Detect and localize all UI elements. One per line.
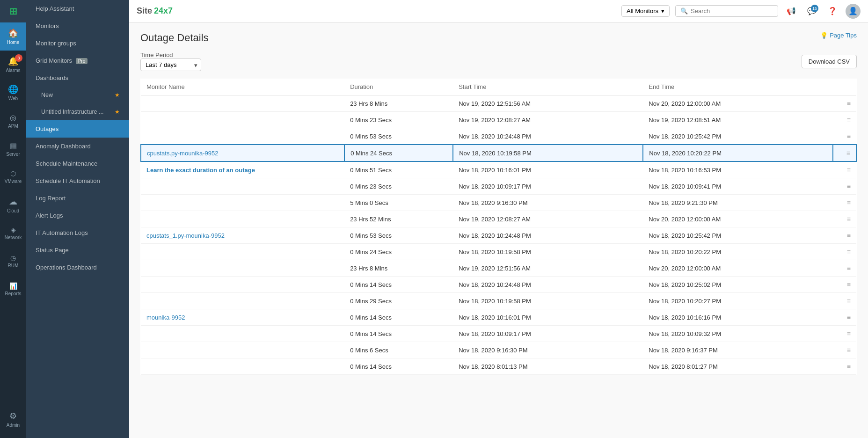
- web-icon: 🌐: [8, 84, 18, 95]
- row-menu-icon[interactable]: ≡: [847, 132, 851, 140]
- time-period-wrapper: Last 7 days: [140, 58, 201, 71]
- nav-item-vmware[interactable]: ⬡ VMware: [0, 163, 26, 191]
- row-menu-icon[interactable]: ≡: [847, 264, 851, 272]
- sidebar-item-help-assistant[interactable]: Help Assistant: [26, 0, 129, 17]
- sidebar-item-status-page[interactable]: Status Page: [26, 241, 129, 259]
- icon-nav: ⊞ 🏠 Home 🔔 Alarms 3 🌐 Web ◎ APM ▦ Server…: [0, 0, 26, 438]
- row-menu-icon[interactable]: ≡: [847, 363, 851, 370]
- cell-duration: 23 Hrs 8 Mins: [344, 95, 453, 112]
- monitor-name-link[interactable]: cpustats_1.py-mounika-9952: [146, 232, 225, 239]
- row-menu-icon[interactable]: ≡: [847, 182, 851, 190]
- notification-badge: 15: [811, 5, 818, 12]
- cloud-icon: ☁: [9, 197, 17, 207]
- nav-item-rum[interactable]: ◷ RUM: [0, 247, 26, 275]
- rum-icon: ◷: [10, 254, 16, 262]
- sidebar-item-monitor-groups[interactable]: Monitor groups: [26, 35, 129, 52]
- cell-row-menu[interactable]: ≡: [833, 293, 856, 309]
- cell-row-menu[interactable]: ≡: [833, 309, 856, 326]
- broadcast-icon-btn[interactable]: 📢: [784, 4, 799, 19]
- cell-row-menu[interactable]: ≡: [833, 211, 856, 227]
- cell-row-menu[interactable]: ≡: [833, 195, 856, 211]
- sidebar-item-dashboards[interactable]: Dashboards: [26, 69, 129, 87]
- sidebar-item-log-report[interactable]: Log Report: [26, 190, 129, 207]
- sidebar-item-schedule-it-automation[interactable]: Schedule IT Automation: [26, 172, 129, 190]
- user-avatar[interactable]: 👤: [846, 4, 861, 19]
- cell-row-menu[interactable]: ≡: [833, 145, 856, 161]
- sidebar-item-monitors[interactable]: Monitors: [26, 17, 129, 35]
- sidebar-item-new[interactable]: New ★: [26, 87, 129, 103]
- col-header-monitor: Monitor Name: [141, 79, 344, 95]
- cell-row-menu[interactable]: ≡: [833, 326, 856, 342]
- table-row: 5 Mins 0 SecsNov 18, 2020 9:16:30 PMNov …: [141, 195, 856, 211]
- cell-end-time: Nov 20, 2020 12:00:00 AM: [643, 211, 833, 227]
- search-input[interactable]: [691, 7, 773, 15]
- nav-item-apm[interactable]: ◎ APM: [0, 107, 26, 135]
- row-menu-icon[interactable]: ≡: [847, 281, 851, 288]
- sidebar-item-operations-dashboard[interactable]: Operations Dashboard: [26, 259, 129, 276]
- row-menu-icon[interactable]: ≡: [847, 248, 851, 256]
- cell-start-time: Nov 19, 2020 12:08:27 AM: [453, 112, 643, 128]
- nav-item-cloud[interactable]: ☁ Cloud: [0, 191, 26, 219]
- row-menu-icon[interactable]: ≡: [847, 116, 851, 124]
- monitor-name-link[interactable]: mounika-9952: [146, 314, 185, 321]
- time-period-select[interactable]: Last 7 days: [140, 58, 201, 71]
- cell-row-menu[interactable]: ≡: [833, 112, 856, 128]
- sidebar-item-anomaly-dashboard[interactable]: Anomaly Dashboard: [26, 138, 129, 155]
- cell-end-time: Nov 20, 2020 12:00:00 AM: [643, 260, 833, 277]
- nav-item-reports[interactable]: 📊 Reports: [0, 275, 26, 303]
- help-icon: ❓: [828, 7, 837, 15]
- cell-row-menu[interactable]: ≡: [833, 358, 856, 375]
- row-menu-icon[interactable]: ≡: [846, 149, 850, 157]
- col-header-action: [833, 79, 856, 95]
- sidebar-item-grid-monitors[interactable]: Grid Monitors Pro: [26, 52, 129, 69]
- cell-start-time: Nov 18, 2020 9:16:30 PM: [453, 195, 643, 211]
- cell-duration: 5 Mins 0 Secs: [344, 195, 453, 211]
- sidebar-item-untitled-infra[interactable]: Untitled Infrastructure ... ★: [26, 103, 129, 120]
- row-menu-icon[interactable]: ≡: [847, 346, 851, 354]
- nav-item-network[interactable]: ◈ Network: [0, 219, 26, 247]
- table-row: cpustats.py-mounika-99520 Mins 24 SecsNo…: [141, 145, 856, 161]
- row-menu-icon[interactable]: ≡: [847, 215, 851, 223]
- cell-start-time: Nov 19, 2020 12:08:27 AM: [453, 211, 643, 227]
- cell-row-menu[interactable]: ≡: [833, 128, 856, 145]
- cell-row-menu[interactable]: ≡: [833, 277, 856, 293]
- sidebar-item-schedule-maintenance[interactable]: Schedule Maintenance: [26, 155, 129, 172]
- nav-item-web[interactable]: 🌐 Web: [0, 79, 26, 107]
- row-menu-icon[interactable]: ≡: [847, 166, 851, 174]
- nav-item-server[interactable]: ▦ Server: [0, 135, 26, 163]
- sidebar-item-alert-logs[interactable]: Alert Logs: [26, 207, 129, 224]
- table-row: 23 Hrs 8 MinsNov 19, 2020 12:51:56 AMNov…: [141, 260, 856, 277]
- cell-row-menu[interactable]: ≡: [833, 342, 856, 358]
- help-btn[interactable]: ❓: [825, 4, 840, 19]
- cell-row-menu[interactable]: ≡: [833, 227, 856, 244]
- row-menu-icon[interactable]: ≡: [847, 232, 851, 239]
- nav-item-admin[interactable]: ⚙ Admin: [0, 405, 26, 433]
- monitor-name-link[interactable]: cpustats.py-mounika-9952: [147, 150, 218, 157]
- row-menu-icon[interactable]: ≡: [847, 314, 851, 321]
- monitor-select[interactable]: All Monitors ▾: [621, 5, 670, 17]
- nav-item-home[interactable]: 🏠 Home: [0, 22, 26, 51]
- table-row: Learn the exact duration of an outage0 M…: [141, 161, 856, 178]
- cell-row-menu[interactable]: ≡: [833, 178, 856, 195]
- grid-monitors-badge: Pro: [76, 58, 88, 64]
- download-csv-button[interactable]: Download CSV: [802, 55, 857, 68]
- row-menu-icon[interactable]: ≡: [847, 330, 851, 337]
- table-row: cpustats_1.py-mounika-99520 Mins 53 Secs…: [141, 227, 856, 244]
- row-menu-icon[interactable]: ≡: [847, 297, 851, 305]
- sidebar-item-it-automation-logs[interactable]: IT Automation Logs: [26, 224, 129, 241]
- cell-row-menu[interactable]: ≡: [833, 95, 856, 112]
- sidebar-item-outages[interactable]: Outages: [26, 120, 129, 138]
- learn-outage-link[interactable]: Learn the exact duration of an outage: [146, 167, 255, 174]
- content-area: Outage Details 💡 Page Tips Time Period L…: [129, 22, 868, 438]
- cell-duration: 0 Mins 29 Secs: [344, 293, 453, 309]
- cell-row-menu[interactable]: ≡: [833, 161, 856, 178]
- row-menu-icon[interactable]: ≡: [847, 100, 851, 107]
- search-box[interactable]: 🔍: [675, 5, 778, 17]
- page-tips-link[interactable]: 💡 Page Tips: [820, 32, 857, 39]
- cell-row-menu[interactable]: ≡: [833, 260, 856, 277]
- nav-logo[interactable]: ⊞: [0, 0, 26, 22]
- notification-btn[interactable]: 💬 15: [804, 4, 819, 19]
- row-menu-icon[interactable]: ≡: [847, 199, 851, 206]
- nav-item-alarms[interactable]: 🔔 Alarms 3: [0, 51, 26, 79]
- cell-row-menu[interactable]: ≡: [833, 244, 856, 260]
